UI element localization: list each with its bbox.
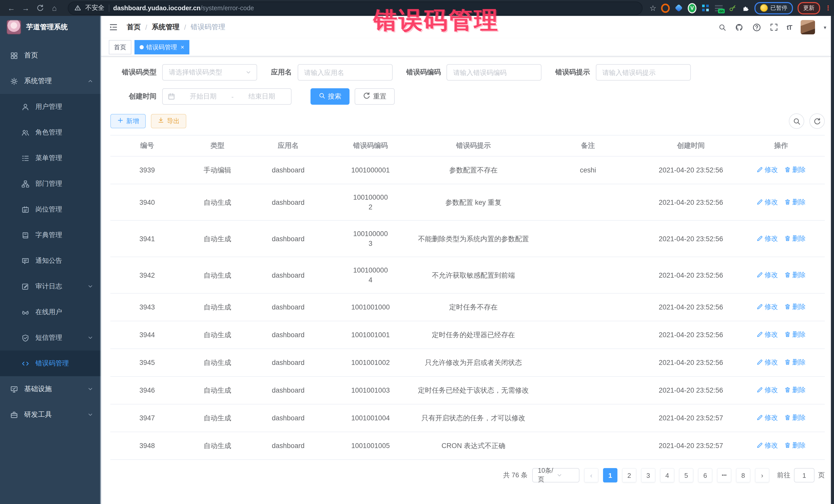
edit-link[interactable]: 修改 [756,385,778,395]
page-button-4[interactable]: 4 [660,468,674,482]
sidebar-logo-row[interactable]: 芋道管理系统 [0,16,101,39]
sidebar-item-2[interactable]: 用户管理 [0,94,101,119]
sidebar-item-1[interactable]: 系统管理 [0,68,101,94]
actions-cell: 修改删除 [737,404,825,432]
delete-link[interactable]: 删除 [784,357,806,367]
remark-cell [531,376,644,404]
page-button-8[interactable]: 8 [736,468,750,482]
delete-link[interactable]: 删除 [784,165,806,175]
next-page-button[interactable]: › [755,468,769,482]
extension-green-v-icon[interactable]: V [688,4,697,12]
avatar-caret-down-icon[interactable]: ▾ [824,24,826,30]
sidebar-item-label: 部门管理 [36,179,62,188]
page-button-3[interactable]: 3 [641,468,655,482]
edit-link[interactable]: 修改 [756,233,778,243]
sidebar-item-7[interactable]: 字典管理 [0,222,101,248]
goto-page-input[interactable] [794,468,814,482]
sidebar-item-8[interactable]: 通知公告 [0,248,101,273]
edit-link[interactable]: 修改 [756,440,778,450]
sidebar-item-3[interactable]: 角色管理 [0,119,101,145]
extension-key-icon[interactable] [728,4,737,12]
infra-monitor-icon [10,385,18,393]
page-button-5[interactable]: 5 [679,468,694,482]
browser-back-icon[interactable]: ← [5,2,18,14]
tag-0[interactable]: 首页× [109,40,131,54]
code-icon [21,359,29,367]
browser-forward-icon[interactable]: → [20,2,32,14]
created-cell: 2021-04-20 23:52:57 [644,432,737,460]
reset-button[interactable]: 重置 [355,88,395,105]
sidebar-item-12[interactable]: 错误码管理 [0,351,101,376]
trash-icon [784,414,791,421]
edit-link[interactable]: 修改 [756,357,778,367]
sidebar-item-6[interactable]: 岗位管理 [0,197,101,222]
filter-input-2[interactable] [446,64,542,81]
delete-link[interactable]: 删除 [784,385,806,395]
edit-link[interactable]: 修改 [756,270,778,280]
collapse-sidebar-icon[interactable] [109,23,119,32]
delete-link[interactable]: 删除 [784,197,806,206]
extension-orange-ring-icon[interactable] [661,4,670,12]
breadcrumb-item-1[interactable]: 系统管理 [152,23,180,32]
page-ellipsis-button[interactable]: ••• [717,468,731,482]
help-icon[interactable] [752,23,761,31]
filter-group-0: 错误码类型请选择错误码类型 [110,64,257,81]
sidebar-item-13[interactable]: 基础设施 [0,376,101,402]
refresh-table-button[interactable] [809,113,825,129]
browser-update-button[interactable]: 更新 [797,2,820,14]
add-button[interactable]: 新增 [110,114,146,128]
sidebar-item-4[interactable]: 菜单管理 [0,145,101,171]
fullscreen-icon[interactable] [770,23,778,31]
delete-link[interactable]: 删除 [784,413,806,422]
header-search-icon[interactable] [718,23,726,31]
edit-link[interactable]: 修改 [756,197,778,206]
extension-blue-gem-icon[interactable] [674,4,683,12]
page-button-6[interactable]: 6 [698,468,712,482]
tag-close-icon[interactable]: × [181,44,184,51]
page-button-2[interactable]: 2 [622,468,636,482]
delete-link[interactable]: 删除 [784,329,806,339]
delete-link[interactable]: 删除 [784,270,806,280]
filter-input-1[interactable] [298,64,392,81]
browser-menu-icon[interactable]: ⋮ [825,6,829,10]
sidebar-item-11[interactable]: 短信管理 [0,325,101,351]
address-bar[interactable]: 不安全 dashboard.yudao.iocoder.cn/system/er… [68,1,642,15]
filter-input-3[interactable] [596,64,690,81]
prev-page-button[interactable]: ‹ [584,468,598,482]
breadcrumb-item-0[interactable]: 首页 [127,23,140,32]
page-button-1[interactable]: 1 [603,468,617,482]
edit-link[interactable]: 修改 [756,413,778,422]
github-icon[interactable] [735,23,743,31]
extension-list-on-icon[interactable]: on [715,4,723,12]
sidebar-item-0[interactable]: 首页 [0,43,101,68]
sidebar-item-10[interactable]: 在线用户 [0,299,101,325]
edit-link[interactable]: 修改 [756,329,778,339]
tag-1[interactable]: 错误码管理× [134,40,190,54]
extension-grid-icon[interactable] [701,4,710,12]
bookmark-star-icon[interactable]: ☆ [650,3,656,13]
error-type-select[interactable]: 请选择错误码类型 [162,64,257,81]
sidebar-item-5[interactable]: 部门管理 [0,171,101,197]
sidebar-item-9[interactable]: 审计日志 [0,273,101,299]
code-cell: 1001000001 [325,156,415,184]
profile-paused-pill[interactable]: 已暂停 [754,2,793,14]
extensions-puzzle-icon[interactable] [741,4,750,12]
delete-link[interactable]: 删除 [784,302,806,311]
edit-link[interactable]: 修改 [756,165,778,175]
search-button[interactable]: 搜索 [310,88,350,105]
create-time-range-picker[interactable]: 开始日期 - 结束日期 [162,88,291,105]
delete-link[interactable]: 删除 [784,440,806,450]
sidebar-item-14[interactable]: 研发工具 [0,402,101,428]
export-button[interactable]: 导出 [151,114,186,128]
edit-pen-icon [756,414,763,421]
font-size-icon[interactable]: tT [787,23,792,31]
hint-cell: 只有开启状态的任务，才可以修改 [415,404,531,432]
page-size-select[interactable]: 10条/页 [532,468,579,482]
delete-link[interactable]: 删除 [784,233,806,243]
toggle-search-button[interactable] [789,113,804,129]
trash-icon [784,303,791,310]
browser-home-icon[interactable]: ⌂ [48,2,61,14]
edit-link[interactable]: 修改 [756,302,778,311]
browser-reload-icon[interactable] [34,2,46,14]
user-avatar[interactable] [800,20,815,35]
